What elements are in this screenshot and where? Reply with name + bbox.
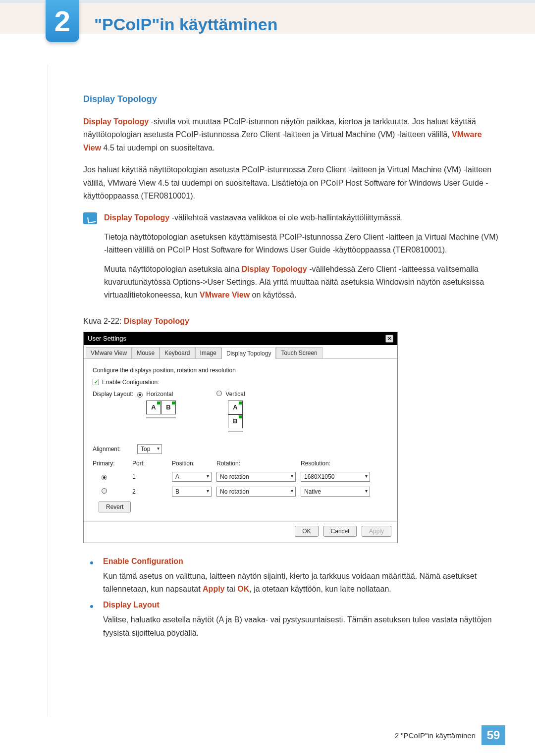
term-display-topology: Display Topology bbox=[83, 117, 149, 126]
radio-horizontal[interactable] bbox=[137, 392, 143, 398]
note-term-3: VMware View bbox=[200, 291, 250, 299]
table-row: 1 A No rotation 1680X1050 bbox=[93, 472, 388, 482]
instruction-text: Configure the displays position, rotatio… bbox=[93, 367, 388, 374]
close-icon[interactable]: ✕ bbox=[385, 335, 393, 343]
info-note: Display Topology -välilehteä vastaavaa v… bbox=[83, 211, 499, 307]
window-buttons: OK Cancel Apply bbox=[84, 521, 397, 543]
row2-rotation-select[interactable]: No rotation bbox=[216, 487, 296, 497]
row1-position-select[interactable]: A bbox=[172, 472, 212, 482]
display-table: Primary: Port: Position: Rotation: Resol… bbox=[93, 460, 388, 497]
col-resolution: Resolution: bbox=[301, 460, 370, 467]
bullet1-b: tai bbox=[225, 585, 238, 593]
note-p1: -välilehteä vastaavaa valikkoa ei ole we… bbox=[169, 213, 403, 222]
paragraph-1: Display Topology -sivulla voit muuttaa P… bbox=[83, 115, 499, 154]
bullet-icon bbox=[90, 561, 93, 564]
row1-port: 1 bbox=[132, 473, 167, 480]
bullet-display-layout: Display Layout Valitse, haluatko asetell… bbox=[90, 601, 499, 640]
tab-display-topology[interactable]: Display Topology bbox=[221, 348, 276, 359]
apply-button[interactable]: Apply bbox=[362, 526, 391, 537]
bullet1-text: Kun tämä asetus on valittuna, laitteen n… bbox=[103, 570, 499, 596]
row1-rotation-select[interactable]: No rotation bbox=[216, 472, 296, 482]
page-number: 59 bbox=[482, 725, 505, 745]
tab-mouse[interactable]: Mouse bbox=[132, 347, 160, 358]
bullet1-c: , ja otetaan käyttöön, kun laite nollata… bbox=[249, 585, 391, 593]
layout-v-box-b: B bbox=[228, 414, 243, 428]
para1-text-b: 4.5 tai uudempi on suositeltava. bbox=[101, 144, 214, 152]
note-icon bbox=[83, 212, 97, 224]
layout-h-box-b: B bbox=[161, 401, 176, 414]
page-title: "PCoIP"in käyttäminen bbox=[94, 15, 277, 34]
bullet-icon bbox=[90, 605, 93, 608]
row2-port: 2 bbox=[132, 488, 167, 495]
enable-config-label: Enable Configuration: bbox=[102, 379, 159, 386]
note-p3-a: Muuta näyttötopologian asetuksia aina bbox=[104, 265, 242, 273]
note-p2: Tietoja näyttötopologian asetuksen käytt… bbox=[104, 231, 499, 257]
layout-h-box-a: A bbox=[146, 401, 161, 414]
radio-horizontal-label: Horizontal bbox=[146, 391, 173, 398]
note-text: Display Topology -välilehteä vastaavaa v… bbox=[104, 211, 499, 307]
content-area: Display Topology Display Topology -sivul… bbox=[83, 94, 499, 645]
section-heading: Display Topology bbox=[83, 94, 499, 104]
ok-button[interactable]: OK bbox=[295, 526, 318, 537]
figure-caption: Kuva 2-22: Display Topology bbox=[83, 317, 499, 326]
tab-vmware-view[interactable]: VMware View bbox=[86, 347, 132, 358]
paragraph-2: Jos haluat käyttää näyttötopologian aset… bbox=[83, 163, 499, 202]
display-layout-label: Display Layout: bbox=[93, 391, 137, 398]
figure-prefix: Kuva 2-22: bbox=[83, 317, 124, 325]
tab-touch-screen[interactable]: Touch Screen bbox=[276, 347, 322, 358]
radio-vertical[interactable] bbox=[216, 391, 222, 396]
term-ok: OK bbox=[237, 585, 249, 593]
alignment-label: Alignment: bbox=[93, 446, 137, 453]
figure-name: Display Topology bbox=[124, 317, 189, 325]
window-body: Configure the displays position, rotatio… bbox=[84, 359, 397, 521]
bullet2-text: Valitse, haluatko asetella näytöt (A ja … bbox=[103, 613, 499, 640]
row1-resolution-select[interactable]: 1680X1050 bbox=[301, 472, 370, 482]
note-p3-c: on käytössä. bbox=[250, 291, 296, 299]
layout-v-box-a: A bbox=[228, 401, 243, 414]
user-settings-window: User Settings ✕ VMware View Mouse Keyboa… bbox=[83, 332, 398, 543]
margin-rule bbox=[48, 64, 48, 716]
col-port: Port: bbox=[132, 460, 167, 467]
note-term-2: Display Topology bbox=[242, 265, 307, 273]
row2-position-select[interactable]: B bbox=[172, 487, 212, 497]
cancel-button[interactable]: Cancel bbox=[323, 526, 357, 537]
alignment-select[interactable]: Top bbox=[137, 444, 162, 454]
bullet-enable-configuration: Enable Configuration Kun tämä asetus on … bbox=[90, 557, 499, 596]
primary-radio-2[interactable] bbox=[102, 488, 107, 494]
enable-config-checkbox[interactable]: ✓ bbox=[93, 379, 99, 385]
radio-vertical-label: Vertical bbox=[225, 391, 245, 398]
col-primary: Primary: bbox=[93, 460, 127, 467]
row2-resolution-select[interactable]: Native bbox=[301, 487, 370, 497]
tab-image[interactable]: Image bbox=[195, 347, 221, 358]
col-rotation: Rotation: bbox=[216, 460, 296, 467]
bullet1-title: Enable Configuration bbox=[103, 557, 499, 566]
note-term-1: Display Topology bbox=[104, 213, 169, 222]
footer-label: 2 "PCoIP"in käyttäminen bbox=[395, 731, 476, 740]
footer: 2 "PCoIP"in käyttäminen 59 bbox=[395, 725, 505, 745]
table-row: 2 B No rotation Native bbox=[93, 487, 388, 497]
window-title: User Settings bbox=[88, 335, 126, 342]
tab-keyboard[interactable]: Keyboard bbox=[160, 347, 195, 358]
col-position: Position: bbox=[172, 460, 212, 467]
tabs-row: VMware View Mouse Keyboard Image Display… bbox=[84, 345, 397, 359]
chapter-badge: 2 bbox=[46, 0, 79, 42]
window-titlebar: User Settings ✕ bbox=[84, 332, 397, 345]
term-apply: Apply bbox=[203, 585, 224, 593]
bullet2-title: Display Layout bbox=[103, 601, 499, 609]
revert-button[interactable]: Revert bbox=[99, 502, 131, 512]
primary-radio-1[interactable] bbox=[102, 475, 107, 480]
